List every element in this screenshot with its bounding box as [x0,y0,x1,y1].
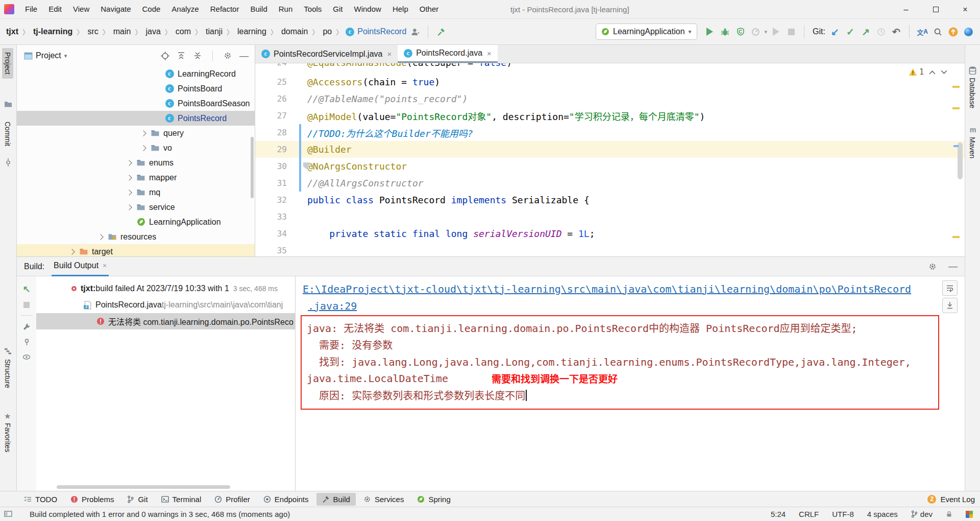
sidebar-item-maven[interactable]: Maven [968,137,976,158]
menu-build[interactable]: Build [244,5,273,13]
project-scrollbar[interactable] [251,137,254,198]
tab-build-output[interactable]: Build Output × [52,257,109,276]
sidebar-item-structure[interactable]: Structure [4,359,12,388]
toolwindow-button-endpoints[interactable]: Endpoints [258,493,314,506]
tree-expand-icon[interactable] [94,235,107,239]
minimize-button[interactable]: – [891,0,921,19]
code-line-30[interactable]: 30@NoArgsConstructor [255,158,965,175]
update-available-icon[interactable] [945,24,961,39]
tree-item-query[interactable]: query [17,126,255,140]
breadcrumb-com[interactable]: com [175,27,192,36]
menu-other[interactable]: Other [414,5,445,13]
code-line-29[interactable]: 29@Builder [255,141,965,158]
scroll-to-end-icon[interactable] [942,298,958,313]
close-icon[interactable]: × [487,49,492,58]
run-configuration-select[interactable]: LearningApplication ▾ [596,23,697,40]
search-everywhere-icon[interactable] [930,24,945,39]
build-settings-gear-icon[interactable] [926,260,939,273]
theme-grid-icon[interactable] [966,511,973,518]
code-line-31[interactable]: 31//@AllArgsConstructor [255,175,965,192]
code-line-26[interactable]: 26//@TableName("points_record") [255,90,965,107]
plugin-sphere-icon[interactable] [961,24,976,39]
build-tree-row-3[interactable]: 无法将类 com.tianji.learning.domain.po.Point… [36,313,295,329]
file-encoding[interactable]: UTF-8 [832,510,854,518]
tree-item-LearningRecord[interactable]: cLearningRecord [17,66,255,81]
breadcrumb-learning[interactable]: learning [236,27,267,36]
run-button[interactable] [702,24,718,39]
build-tree-row-2[interactable]: JPointsRecord.java tj-learning\src\main\… [36,297,295,313]
error-file-link[interactable]: E:\IdeaProject\tjxt-cloud\tjxt\tj-learni… [303,280,965,297]
sidebar-item-project[interactable]: Project [2,48,13,79]
editor-scrollbar[interactable] [958,143,963,179]
code-line-34[interactable]: 34 private static final long serialVersi… [255,225,965,242]
breadcrumb-tianji[interactable]: tianji [205,27,224,36]
breadcrumb-src[interactable]: src [86,27,99,36]
tree-item-resources[interactable]: resources [17,229,255,244]
tab-PointsRecordServiceImpl.java[interactable]: cPointsRecordServiceImpl.java× [255,45,398,63]
menu-help[interactable]: Help [387,5,414,13]
close-button[interactable]: × [950,0,980,19]
debug-button[interactable] [718,24,733,39]
git-update-icon[interactable]: ↙ [827,24,843,39]
menu-analyze[interactable]: Analyze [166,5,204,13]
toolwindow-button-services[interactable]: Services [358,493,410,506]
toolwindow-button-profiler[interactable]: Profiler [209,493,256,506]
tree-item-service[interactable]: service [17,200,255,215]
error-line-link[interactable]: .java:29 [303,297,965,314]
tree-expand-icon[interactable] [66,250,78,254]
structure-icon[interactable] [4,347,12,355]
lock-icon[interactable] [946,510,952,518]
folder-icon[interactable] [4,100,12,108]
tree-expand-icon[interactable] [123,205,135,209]
coverage-button[interactable] [733,24,748,39]
menu-window[interactable]: Window [349,5,387,13]
restore-button[interactable] [921,0,950,19]
hide-panel-icon[interactable]: — [237,49,251,62]
breadcrumb-po[interactable]: po [322,27,333,36]
tree-item-target[interactable]: target [17,244,255,256]
indent-setting[interactable]: 4 spaces [867,510,898,518]
star-icon[interactable]: ★ [4,412,11,421]
build-tree-scrollbar[interactable] [57,485,230,489]
tree-expand-icon[interactable] [123,176,135,180]
build-console[interactable]: E:\IdeaProject\tjxt-cloud\tjxt\tj-learni… [296,276,965,491]
toolwindow-button-terminal[interactable]: Terminal [156,493,207,506]
tree-item-PointsBoardSeason[interactable]: cPointsBoardSeason [17,96,255,111]
tree-expand-icon[interactable] [137,146,150,150]
user-profile-icon[interactable] [407,24,423,39]
git-commit-icon[interactable]: ✓ [843,24,858,39]
locate-file-icon[interactable] [158,49,172,62]
toolwindow-button-build[interactable]: Build [316,493,356,506]
sidebar-item-database[interactable]: Database [968,78,976,108]
toolwindow-switcher-icon[interactable] [4,511,12,518]
code-line-25[interactable]: 25@Accessors(chain = true) [255,74,965,90]
toolwindow-button-problems[interactable]: Problems [65,493,119,506]
toolwindow-button-spring[interactable]: Spring [411,493,456,506]
chevron-down-icon[interactable]: ▾ [765,29,768,35]
menu-code[interactable]: Code [136,5,166,13]
close-icon[interactable]: × [103,262,107,270]
project-view-title[interactable]: Project [36,51,61,60]
collapse-all-icon[interactable] [191,49,204,62]
sidebar-item-favorites[interactable]: Favorites [4,423,12,453]
next-warning-icon[interactable] [941,70,947,75]
toolwindow-button-git[interactable]: Git [121,493,153,506]
tree-expand-icon[interactable] [123,161,135,165]
tree-item-mq[interactable]: mq [17,185,255,200]
wrench-icon[interactable] [22,323,31,331]
breadcrumb-tj-learning[interactable]: tj-learning [32,27,74,36]
close-icon[interactable]: × [387,50,391,58]
code-line-32[interactable]: 32public class PointsRecord implements S… [255,192,965,208]
rerun-build-icon[interactable]: ↖ [22,283,30,295]
eye-icon[interactable] [22,353,31,361]
tree-item-PointsBoard[interactable]: cPointsBoard [17,81,255,96]
build-tree-row-1[interactable]: tjxt: build failed At 2023/7/19 10:33 wi… [36,280,295,297]
settings-gear-icon[interactable] [221,49,234,62]
tree-item-vo[interactable]: vo [17,140,255,155]
menu-edit[interactable]: Edit [43,5,67,13]
build-project-icon[interactable] [433,24,449,39]
tree-expand-icon[interactable] [137,131,150,135]
menu-tools[interactable]: Tools [298,5,327,13]
prev-warning-icon[interactable] [929,70,936,75]
inspection-widget[interactable]: 1 [909,67,947,77]
